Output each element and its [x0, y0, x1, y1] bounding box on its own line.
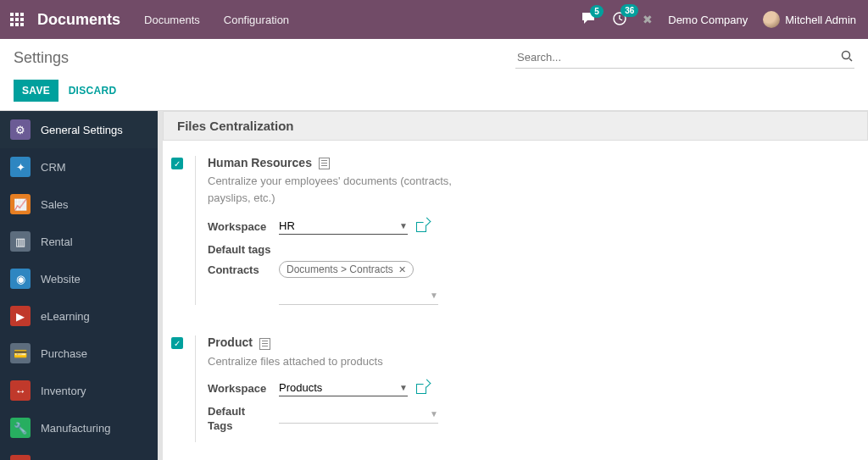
block-product-checkbox-wrap: ✓	[171, 335, 195, 442]
breadcrumb-title: Settings	[14, 49, 515, 67]
tag-remove-icon[interactable]: ✕	[398, 264, 406, 275]
avatar	[763, 11, 780, 28]
sidebar-label: Sales	[41, 198, 69, 211]
action-bar: SAVE DISCARD	[0, 76, 868, 111]
sidebar-item-sales[interactable]: 📈Sales	[0, 186, 158, 223]
chevron-down-icon[interactable]: ▼	[399, 383, 408, 392]
messages-badge: 5	[590, 5, 604, 18]
nav-menu: Documents Configuration	[144, 14, 289, 26]
sidebar-label: Manufacturing	[41, 422, 110, 435]
block-product: ✓ Product Centralize files attached to p…	[163, 313, 868, 451]
block-hr-title: Human Resources	[208, 156, 665, 169]
star-icon[interactable]: ✖	[643, 13, 653, 26]
product-tags-dropdown[interactable]: ▼	[279, 405, 438, 424]
sidebar-icon: ▥	[10, 231, 31, 252]
sidebar-label: Inventory	[41, 385, 86, 397]
product-workspace-field[interactable]: ▼	[279, 380, 408, 396]
hr-workspace-external-link-icon[interactable]	[416, 220, 428, 232]
nav-configuration[interactable]: Configuration	[224, 14, 289, 26]
hr-tags-dropdown[interactable]: ▼	[279, 286, 438, 305]
sidebar-item-general-settings[interactable]: ⚙General Settings	[0, 111, 158, 148]
block-hr-checkbox-wrap: ✓	[171, 156, 195, 305]
svg-line-2	[849, 58, 852, 61]
sidebar-label: Rental	[41, 236, 73, 248]
contracts-tag[interactable]: Documents > Contracts ✕	[279, 261, 414, 278]
sidebar-label: General Settings	[41, 124, 123, 136]
sidebar-icon: ▶	[10, 306, 31, 326]
block-hr-checkbox[interactable]: ✓	[171, 158, 183, 169]
messages-icon[interactable]: 5	[581, 12, 597, 28]
apps-icon[interactable]	[10, 13, 24, 26]
default-tags-label: Default Tags	[208, 405, 259, 434]
sidebar-item-rental[interactable]: ▥Rental	[0, 223, 158, 260]
sidebar-icon: 📈	[10, 194, 31, 214]
section-header: Files Centralization	[163, 111, 868, 141]
product-workspace-external-link-icon[interactable]	[416, 382, 428, 394]
systray: 5 36 ✖ Demo Company Mitchell Admin	[581, 11, 856, 29]
sidebar-icon: 🔧	[10, 418, 31, 438]
workspace-label: Workspace	[208, 220, 279, 233]
sidebar-item-purchase[interactable]: 💳Purchase	[0, 335, 158, 372]
search-input[interactable]	[517, 51, 841, 64]
building-icon	[259, 338, 270, 350]
topbar: Documents Documents Configuration 5 36 ✖…	[0, 0, 868, 39]
sidebar-label: Purchase	[41, 347, 87, 360]
username: Mitchell Admin	[785, 14, 856, 26]
contracts-label: Contracts	[208, 263, 279, 276]
svg-point-1	[843, 52, 850, 59]
activities-badge: 36	[620, 4, 638, 17]
hr-workspace-input[interactable]	[279, 219, 399, 232]
discard-button[interactable]: DISCARD	[69, 85, 117, 97]
block-product-checkbox[interactable]: ✓	[171, 337, 183, 349]
sidebar-icon: ⚙	[10, 119, 31, 140]
search-icon[interactable]	[841, 50, 853, 64]
sidebar-item-elearning[interactable]: ▶eLearning	[0, 297, 158, 335]
sidebar-icon: 💳	[10, 343, 31, 363]
sidebar-label: eLearning	[41, 310, 90, 323]
nav-documents[interactable]: Documents	[144, 14, 200, 26]
sidebar-item-accounting[interactable]: ≡Accounting	[0, 446, 158, 460]
sidebar-item-inventory[interactable]: ↔Inventory	[0, 372, 158, 409]
sidebar-icon: ≡	[10, 455, 31, 460]
activities-icon[interactable]: 36	[612, 11, 627, 29]
sidebar-label: Website	[41, 273, 81, 285]
workspace-label: Workspace	[208, 382, 279, 395]
control-panel: Settings	[0, 39, 868, 76]
block-product-title: Product	[208, 335, 665, 349]
company-selector[interactable]: Demo Company	[668, 14, 748, 26]
sidebar-icon: ◉	[10, 269, 31, 289]
sidebar-item-crm[interactable]: ✦CRM	[0, 148, 158, 186]
product-workspace-input[interactable]	[279, 381, 399, 394]
app-brand[interactable]: Documents	[37, 11, 120, 29]
sidebar-label: CRM	[41, 161, 66, 174]
sidebar-item-website[interactable]: ◉Website	[0, 260, 158, 297]
hr-workspace-field[interactable]: ▼	[279, 218, 408, 235]
settings-sidebar: ⚙General Settings✦CRM📈Sales▥Rental◉Websi…	[0, 111, 158, 460]
settings-body: ⚙General Settings✦CRM📈Sales▥Rental◉Websi…	[0, 111, 868, 460]
block-hr-desc: Centralize your employees' documents (co…	[208, 173, 479, 206]
user-menu[interactable]: Mitchell Admin	[763, 11, 856, 28]
chevron-down-icon[interactable]: ▼	[399, 221, 408, 230]
block-product-desc: Centralize files attached to products	[208, 353, 479, 370]
building-icon	[319, 158, 330, 169]
settings-content: Files Centralization ✓ Human Resources C…	[163, 111, 868, 460]
sidebar-icon: ↔	[10, 380, 31, 401]
sidebar-item-manufacturing[interactable]: 🔧Manufacturing	[0, 409, 158, 446]
save-button[interactable]: SAVE	[14, 80, 58, 102]
search-box[interactable]	[515, 47, 854, 69]
sidebar-icon: ✦	[10, 157, 31, 177]
default-tags-label: Default tags	[208, 243, 665, 256]
block-hr: ✓ Human Resources Centralize your employ…	[163, 141, 868, 313]
